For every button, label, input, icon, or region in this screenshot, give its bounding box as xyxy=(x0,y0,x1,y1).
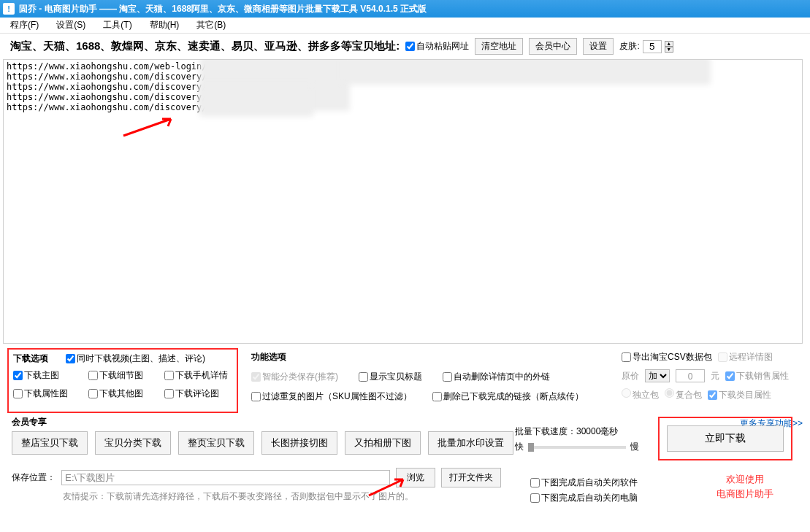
menu-other[interactable]: 其它(B) xyxy=(196,19,226,31)
menu-settings[interactable]: 设置(S) xyxy=(56,19,85,31)
download-attr-image-checkbox[interactable]: 下载属性图 xyxy=(13,388,81,400)
after-download-options: 下图完成后自动关闭软件 下图完成后自动关闭电脑 xyxy=(530,477,638,507)
download-now-wrap: 立即下载 xyxy=(658,417,792,460)
speed-pane: 批量下载速度：30000毫秒 快 慢 xyxy=(515,425,639,453)
url-textarea[interactable]: https://www.xiaohongshu.com/web-login/ca… xyxy=(3,59,803,344)
member-label: 会员专享 xyxy=(12,416,47,428)
skin-selector: 皮肤: ▲▼ xyxy=(619,40,673,53)
youpai-album-button[interactable]: 又拍相册下图 xyxy=(345,431,421,455)
skin-value-input[interactable] xyxy=(643,40,662,53)
function-options-label: 功能选项 xyxy=(251,351,611,363)
export-options-group: 导出淘宝CSV数据包 远程详情图 原价 加 0 元 下载销售属性 独立包 复合包… xyxy=(617,348,803,413)
menu-help[interactable]: 帮助(H) xyxy=(150,19,180,31)
auto-paste-checkbox[interactable]: 自动粘贴网址 xyxy=(405,40,469,53)
clear-address-button[interactable]: 清空地址 xyxy=(475,38,523,55)
skin-spinner[interactable]: ▲▼ xyxy=(665,41,673,53)
download-category-attr-checkbox[interactable]: 下载类目属性 xyxy=(708,389,771,401)
download-review-image-checkbox[interactable]: 下载评论图 xyxy=(164,388,232,400)
download-options-label: 下载选项 xyxy=(13,352,48,365)
download-sale-attr-checkbox[interactable]: 下载销售属性 xyxy=(725,370,789,382)
menu-tools[interactable]: 工具(T) xyxy=(103,19,131,31)
download-other-image-checkbox[interactable]: 下载其他图 xyxy=(88,388,156,400)
download-options-group: 下载选项 同时下载视频(主图、描述、评论) 下载主图 下载细节图 下载手机详情 … xyxy=(7,348,238,413)
bottom-panel: 下载选项 同时下载视频(主图、描述、评论) 下载主图 下载细节图 下载手机详情 … xyxy=(0,344,810,503)
multi-pack-radio[interactable]: 复合包 xyxy=(665,388,702,401)
price-value-input[interactable]: 0 xyxy=(676,369,705,382)
title-bar: ! 固乔 - 电商图片助手 —— 淘宝、天猫、1688阿里、京东、微商相册等图片… xyxy=(0,0,810,18)
remove-external-links-checkbox[interactable]: 自动删除详情页中的外链 xyxy=(443,371,550,383)
remote-detail-checkbox: 远程详情图 xyxy=(718,351,773,363)
address-label: 淘宝、天猫、1688、敦煌网、京东、速卖通、易贝、亚马逊、拼多多等宝贝地址: xyxy=(10,39,400,53)
save-path-input[interactable] xyxy=(61,470,390,485)
speed-slider[interactable] xyxy=(528,446,626,449)
download-now-button[interactable]: 立即下载 xyxy=(667,425,784,452)
whole-shop-download-button[interactable]: 整店宝贝下载 xyxy=(12,431,88,455)
app-icon: ! xyxy=(3,3,15,15)
window-title: 固乔 - 电商图片助手 —— 淘宝、天猫、1688阿里、京东、微商相册等图片批量… xyxy=(19,3,427,15)
redacted-region xyxy=(205,89,307,111)
speed-label: 批量下载速度：30000毫秒 xyxy=(515,426,618,436)
download-video-checkbox[interactable]: 同时下载视频(主图、描述、评论) xyxy=(66,352,205,365)
address-toolbar: 淘宝、天猫、1688、敦煌网、京东、速卖通、易贝、亚马逊、拼多多等宝贝地址: 自… xyxy=(0,34,810,59)
download-main-image-checkbox[interactable]: 下载主图 xyxy=(13,369,81,382)
watermark-settings-button[interactable]: 批量加水印设置 xyxy=(428,431,513,455)
annotation-arrow-icon xyxy=(365,475,409,499)
download-detail-image-checkbox[interactable]: 下载细节图 xyxy=(88,369,156,382)
price-action-select[interactable]: 加 xyxy=(645,369,670,382)
close-app-after-checkbox[interactable]: 下图完成后自动关闭软件 xyxy=(530,477,638,489)
annotation-arrow-icon xyxy=(99,105,178,150)
single-pack-radio[interactable]: 独立包 xyxy=(622,388,659,401)
show-title-checkbox[interactable]: 显示宝贝标题 xyxy=(359,371,422,383)
save-location-label: 保存位置： xyxy=(12,471,56,484)
delete-finished-links-checkbox[interactable]: 删除已下载完成的链接（断点续传） xyxy=(432,390,584,403)
welcome-text: 欢迎使用 电商图片助手 xyxy=(717,472,773,501)
long-image-cut-button[interactable]: 长图拼接切图 xyxy=(261,431,337,455)
smart-save-checkbox: 智能分类保存(推荐) xyxy=(251,371,338,383)
menu-program[interactable]: 程序(F) xyxy=(10,19,39,31)
export-csv-checkbox[interactable]: 导出淘宝CSV数据包 xyxy=(622,351,712,363)
page-download-button[interactable]: 整页宝贝下载 xyxy=(178,431,254,455)
filter-duplicate-checkbox[interactable]: 过滤重复的图片（SKU属性图不过滤） xyxy=(251,390,412,403)
function-options-group: 功能选项 智能分类保存(推荐) 显示宝贝标题 自动删除详情页中的外链 过滤重复的… xyxy=(238,348,617,413)
menu-bar: 程序(F) 设置(S) 工具(T) 帮助(H) 其它(B) xyxy=(0,18,810,34)
shutdown-after-checkbox[interactable]: 下图完成后自动关闭电脑 xyxy=(530,492,638,504)
redacted-region xyxy=(347,61,705,79)
download-mobile-detail-checkbox[interactable]: 下载手机详情 xyxy=(164,369,232,382)
member-center-button[interactable]: 会员中心 xyxy=(529,38,577,55)
category-download-button[interactable]: 宝贝分类下载 xyxy=(95,431,171,455)
settings-button[interactable]: 设置 xyxy=(583,38,614,55)
open-folder-button[interactable]: 打开文件夹 xyxy=(441,468,501,487)
